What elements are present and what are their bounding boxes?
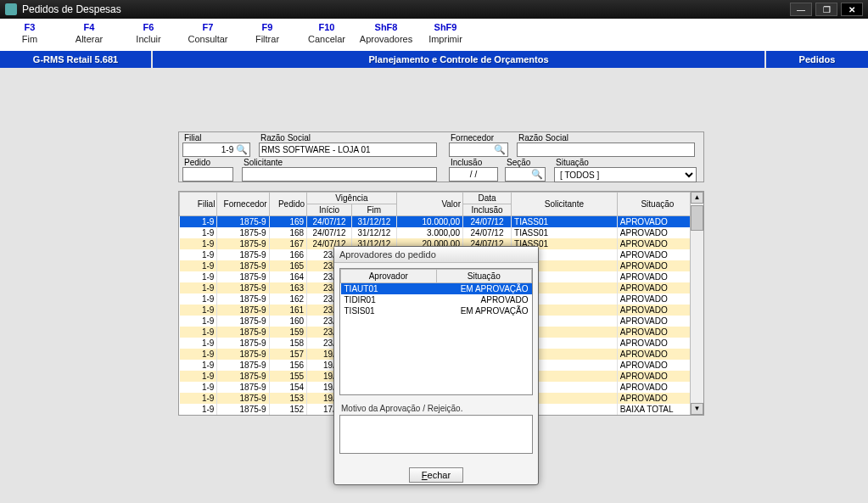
- col-inicio[interactable]: Início: [307, 204, 352, 216]
- approver-row[interactable]: TIDIR01APROVADO: [341, 294, 532, 305]
- app-version: G-RMS Retail 5.681: [0, 51, 153, 68]
- label-pedido: Pedido: [184, 158, 210, 167]
- col-situacao-aprov[interactable]: Situação: [436, 270, 532, 283]
- col-solicitante[interactable]: Solicitante: [512, 193, 618, 216]
- situacao-dropdown[interactable]: [ TODOS ]: [554, 167, 697, 182]
- binoculars-icon[interactable]: 🔍: [494, 143, 506, 156]
- menu-incluir[interactable]: F6Incluir: [119, 20, 178, 49]
- binoculars-icon[interactable]: 🔍: [236, 144, 248, 154]
- menu-fim[interactable]: F3Fim: [0, 20, 59, 49]
- fkey-label: F7: [178, 20, 238, 32]
- razao1-field[interactable]: RMS SOFTWARE - LOJA 01: [259, 143, 437, 157]
- app-icon: [5, 3, 17, 15]
- solicitante-field[interactable]: [242, 167, 437, 182]
- col-inclusao[interactable]: Inclusão: [462, 204, 511, 216]
- menu-label[interactable]: Alterar: [59, 32, 119, 44]
- section-title: Pedidos: [766, 51, 868, 68]
- menu-imprimir[interactable]: ShF9Imprimir: [416, 20, 475, 49]
- menu-label[interactable]: Imprimir: [416, 32, 475, 44]
- fkey-label: F10: [297, 20, 356, 32]
- col-valor[interactable]: Valor: [396, 193, 462, 216]
- table-row[interactable]: 1-91875-916924/07/1231/12/1210.000,0024/…: [180, 216, 698, 227]
- menu-label[interactable]: Cancelar: [297, 32, 356, 44]
- fkey-label: ShF9: [416, 20, 475, 32]
- menu-label[interactable]: Filtrar: [238, 32, 297, 44]
- menu-label[interactable]: Consultar: [178, 32, 238, 44]
- menu-aprovadores[interactable]: ShF8Aprovadores: [356, 20, 416, 49]
- label-filial: Filial: [184, 133, 202, 143]
- approvers-modal: Aprovadores do pedido Aprovador Situação…: [333, 246, 539, 485]
- fkey-label: F4: [59, 20, 119, 32]
- razao2-field[interactable]: [517, 143, 695, 157]
- label-fornecedor: Fornecedor: [451, 133, 494, 143]
- menu-label[interactable]: Fim: [0, 32, 59, 44]
- filial-value: 1-9: [221, 145, 233, 154]
- menu-filtrar[interactable]: F9Filtrar: [238, 20, 297, 49]
- menu-label[interactable]: Aprovadores: [356, 32, 416, 44]
- label-razao2: Razão Social: [518, 133, 568, 143]
- scroll-up-icon[interactable]: ▲: [691, 192, 703, 204]
- menu-alterar[interactable]: F4Alterar: [59, 20, 119, 49]
- motivo-label: Motivo da Aprovação / Rejeição.: [339, 402, 533, 415]
- window-titlebar: Pedidos de Despesas — ❐ ✕: [0, 0, 868, 19]
- modal-title: Aprovadores do pedido: [334, 247, 538, 263]
- approver-row[interactable]: TIAUT01EM APROVAÇÃO: [341, 283, 532, 295]
- approver-row[interactable]: TISIS01EM APROVAÇÃO: [341, 305, 532, 316]
- motivo-textarea[interactable]: [339, 415, 533, 454]
- table-row[interactable]: 1-91875-916824/07/1231/12/123.000,0024/0…: [180, 227, 698, 238]
- scroll-thumb[interactable]: [691, 205, 703, 231]
- fornecedor-field[interactable]: 🔍: [449, 143, 508, 157]
- filter-panel: Filial 1-9 🔍 Razão Social RMS SOFTWARE -…: [178, 131, 704, 182]
- label-razao1: Razão Social: [260, 133, 311, 143]
- secao-field[interactable]: 🔍: [505, 167, 546, 182]
- pedido-field[interactable]: [182, 167, 233, 182]
- fkey-label: ShF8: [356, 20, 416, 32]
- fkey-label: F6: [119, 20, 178, 32]
- fkey-label: F9: [238, 20, 297, 32]
- col-data[interactable]: Data: [462, 193, 511, 204]
- fkey-label: F3: [0, 20, 59, 32]
- minimize-button[interactable]: —: [790, 3, 812, 16]
- label-secao: Seção: [507, 158, 530, 167]
- page-title: Planejamento e Controle de Orçamentos: [153, 51, 766, 68]
- binoculars-icon[interactable]: 🔍: [531, 168, 543, 181]
- col-filial[interactable]: Filial: [180, 193, 217, 216]
- menu-consultar[interactable]: F7Consultar: [178, 20, 238, 49]
- grid-scrollbar[interactable]: ▲ ▼: [690, 192, 703, 415]
- window-title: Pedidos de Despesas: [22, 3, 121, 15]
- header-strip: G-RMS Retail 5.681 Planejamento e Contro…: [0, 51, 868, 68]
- filial-field[interactable]: 1-9 🔍: [182, 143, 250, 157]
- col-situacao[interactable]: Situação: [617, 193, 697, 216]
- label-situacao: Situação: [556, 158, 589, 167]
- close-button[interactable]: ✕: [841, 3, 863, 16]
- col-vigencia[interactable]: Vigência: [307, 193, 397, 204]
- col-pedido[interactable]: Pedido: [269, 193, 306, 216]
- menu-cancelar[interactable]: F10Cancelar: [297, 20, 356, 49]
- scroll-down-icon[interactable]: ▼: [691, 403, 703, 415]
- col-fornecedor[interactable]: Fornecedor: [217, 193, 269, 216]
- menubar: F3FimF4AlterarF6IncluirF7ConsultarF9Filt…: [0, 19, 868, 51]
- maximize-button[interactable]: ❐: [815, 3, 837, 16]
- close-modal-button[interactable]: Fechar: [409, 467, 463, 483]
- label-solicitante: Solicitante: [244, 158, 283, 167]
- label-inclusao: Inclusão: [451, 158, 482, 167]
- approvers-grid[interactable]: Aprovador Situação TIAUT01EM APROVAÇÃOTI…: [339, 268, 533, 395]
- col-fim[interactable]: Fim: [351, 204, 396, 216]
- inclusao-field[interactable]: / /: [449, 167, 498, 182]
- col-aprovador[interactable]: Aprovador: [341, 270, 437, 283]
- menu-label[interactable]: Incluir: [119, 32, 178, 44]
